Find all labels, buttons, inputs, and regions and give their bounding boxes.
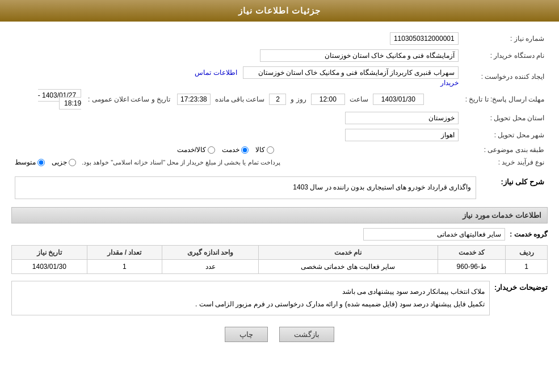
service-info-header: اطلاعات خدمات مورد نیاز <box>11 207 548 224</box>
need-desc-value-cell: واگذاری قرارداد خودرو های استیجاری بدون … <box>11 174 480 201</box>
date-row: مهلت ارسال پاسخ: تا تاریخ : 17:23:38 ساع… <box>11 89 548 109</box>
announce-value-cell: 1403/01/27 - 18:19 <box>11 89 85 109</box>
table-cell-date: 1403/01/30 <box>12 260 87 274</box>
buyer-notes-section: توضیحات خریدار: ملاک انتخاب پیمانکار درص… <box>11 281 548 315</box>
group-service-row: گروه خدمت : سایر فعالیتهای خدماتی <box>11 228 548 241</box>
org-row: نام دستگاه خریدار : آزمایشگاه فنی و مکان… <box>11 47 548 64</box>
need-desc-label: شرح کلی نیاز: <box>480 174 548 201</box>
time-value: 12:00 <box>311 94 345 105</box>
purchase-type-label: نوع فرآیند خرید : <box>462 156 548 168</box>
col-row: ردیف <box>506 246 548 260</box>
print-button[interactable]: چاپ <box>225 327 268 342</box>
day-value: 2 <box>269 94 286 105</box>
province-display: خوزستان <box>345 112 459 124</box>
header-title: جزئیات اطلاعات نیاز <box>238 6 321 15</box>
need-number-label: شماره نیاز : <box>462 30 548 47</box>
service-group-value: سایر فعالیتهای خدماتی <box>363 228 505 241</box>
button-row: بازگشت چاپ <box>11 327 548 342</box>
purchase-type-row: نوع فرآیند خرید : متوسط جزیی <box>11 156 548 168</box>
city-label: شهر محل تحویل : <box>462 127 548 144</box>
creator-label: ایجاد کننده درخواست : <box>462 64 548 89</box>
content-area: شماره نیاز : 1103050312000001 نام دستگاه… <box>0 22 559 362</box>
announce-value: 1403/01/27 - 18:19 <box>38 89 81 109</box>
purchase-type-jozei-label: جزیی <box>52 158 67 166</box>
category-khedmat-radio[interactable] <box>241 146 249 154</box>
needs-table-head: ردیف کد خدمت نام خدمت واحد اندازه گیری ت… <box>12 246 548 260</box>
city-row: شهر محل تحویل : اهواز <box>11 127 548 144</box>
category-kala-radio[interactable] <box>267 146 274 154</box>
col-name: نام خدمت <box>259 246 438 260</box>
remaining-time: 17:23:38 <box>177 94 211 105</box>
buyer-notes-content: ملاک انتخاب پیمانکار درصد سود پیشنهادی م… <box>11 281 490 315</box>
service-group-label: گروه خدمت : <box>510 230 548 238</box>
category-option-khedmat[interactable]: خدمت <box>222 146 249 154</box>
col-code: کد خدمت <box>438 246 505 260</box>
org-value: آزمایشگاه فنی و مکانیک خاک استان خوزستان <box>174 47 462 64</box>
main-info-table: شماره نیاز : 1103050312000001 نام دستگاه… <box>11 30 548 168</box>
category-kala-khedmat-radio[interactable] <box>208 146 215 154</box>
org-display: آزمایشگاه فنی و مکانیک خاک استان خوزستان <box>260 49 459 62</box>
announce-label: تاریخ و ساعت اعلان عمومی : <box>85 89 174 109</box>
table-cell-name: سایر فعالیت های خدماتی شخصی <box>259 260 438 274</box>
purchase-type-value: متوسط جزیی پرداخت تمام یا بخشی از مبلغ خ… <box>11 156 462 168</box>
col-quantity: تعداد / مقدار <box>87 246 162 260</box>
buyer-notes-line2: تکمیل فایل پیشنهاد درصد سود (فایل ضمیمه … <box>16 298 485 311</box>
needs-table-header-row: ردیف کد خدمت نام خدمت واحد اندازه گیری ت… <box>12 246 548 260</box>
category-radio-group: کالا/خدمت خدمت کالا <box>177 146 459 154</box>
province-row: استان محل تحویل : خوزستان <box>11 109 548 127</box>
purchase-type-mutawaset[interactable]: متوسط <box>15 158 45 166</box>
table-row: 1ط-96-960سایر فعالیت های خدماتی شخصیعدد1… <box>12 260 548 274</box>
category-row: طبقه بندی موضوعی : کالا/خدمت خدمت کالا <box>11 144 548 156</box>
category-option-kala[interactable]: کالا <box>255 146 274 154</box>
purchase-type-radio-group: متوسط جزیی <box>15 158 76 166</box>
col-date: تاریخ نیاز <box>12 246 87 260</box>
purchase-type-mutawaset-radio[interactable] <box>37 159 45 166</box>
table-cell-quantity: 1 <box>87 260 162 274</box>
need-desc-row: شرح کلی نیاز: واگذاری قرارداد خودرو های … <box>11 174 548 201</box>
date-label: مهلت ارسال پاسخ: تا تاریخ : <box>462 89 548 109</box>
province-value: خوزستان <box>174 109 462 127</box>
need-desc-table: شرح کلی نیاز: واگذاری قرارداد خودرو های … <box>11 174 548 201</box>
needs-table: ردیف کد خدمت نام خدمت واحد اندازه گیری ت… <box>11 245 548 274</box>
purchase-type-note: پرداخت تمام یا بخشی از مبلغ خریدار از مح… <box>82 159 280 166</box>
need-number-row: شماره نیاز : 1103050312000001 <box>11 30 548 47</box>
category-label: طبقه بندی موضوعی : <box>462 144 548 156</box>
purchase-type-jozei-radio[interactable] <box>69 159 76 166</box>
category-kala-label: کالا <box>255 146 265 154</box>
category-option-kala-khedmat[interactable]: کالا/خدمت <box>177 146 215 154</box>
category-value: کالا/خدمت خدمت کالا <box>174 144 462 156</box>
back-button[interactable]: بازگشت <box>279 327 334 342</box>
purchase-type-jozei[interactable]: جزیی <box>52 158 76 166</box>
need-desc-display: واگذاری قرارداد خودرو های استیجاری بدون … <box>15 176 476 199</box>
creator-value: سهراب قنبری کاربرداز آزمایشگاه فنی و مکا… <box>174 64 462 89</box>
needs-table-body: 1ط-96-960سایر فعالیت های خدماتی شخصیعدد1… <box>12 260 548 274</box>
table-cell-row: 1 <box>506 260 548 274</box>
city-display: اهواز <box>345 129 459 141</box>
org-label: نام دستگاه خریدار : <box>462 47 548 64</box>
category-khedmat-label: خدمت <box>222 146 239 154</box>
page-header: جزئیات اطلاعات نیاز <box>0 0 559 22</box>
city-value: اهواز <box>174 127 462 144</box>
purchase-type-mutawaset-label: متوسط <box>15 158 36 166</box>
col-unit: واحد اندازه گیری <box>162 246 259 260</box>
creator-display: سهراب قنبری کاربرداز آزمایشگاه فنی و مکا… <box>243 66 459 79</box>
category-kala-khedmat-label: کالا/خدمت <box>177 146 206 154</box>
table-cell-unit: عدد <box>162 260 259 274</box>
creator-row: ایجاد کننده درخواست : سهراب قنبری کاربرد… <box>11 64 548 89</box>
need-number-value: 1103050312000001 <box>174 30 462 47</box>
remaining-label: ساعت باقی مانده <box>215 95 265 103</box>
day-label: روز و <box>291 95 306 103</box>
page-wrapper: جزئیات اطلاعات نیاز شماره نیاز : 1103050… <box>0 0 559 392</box>
table-cell-code: ط-96-960 <box>438 260 505 274</box>
buyer-notes-label: توضیحات خریدار: <box>494 283 548 292</box>
date-value: 17:23:38 ساعت باقی مانده 2 روز و 12:00 س… <box>174 89 462 109</box>
need-number-display: 1103050312000001 <box>390 32 459 45</box>
time-label: ساعت <box>350 95 368 103</box>
buyer-notes-line1: ملاک انتخاب پیمانکار درصد سود پیشنهادی م… <box>16 286 485 298</box>
date-value-display: 1403/01/30 <box>373 94 424 105</box>
province-label: استان محل تحویل : <box>462 109 548 127</box>
